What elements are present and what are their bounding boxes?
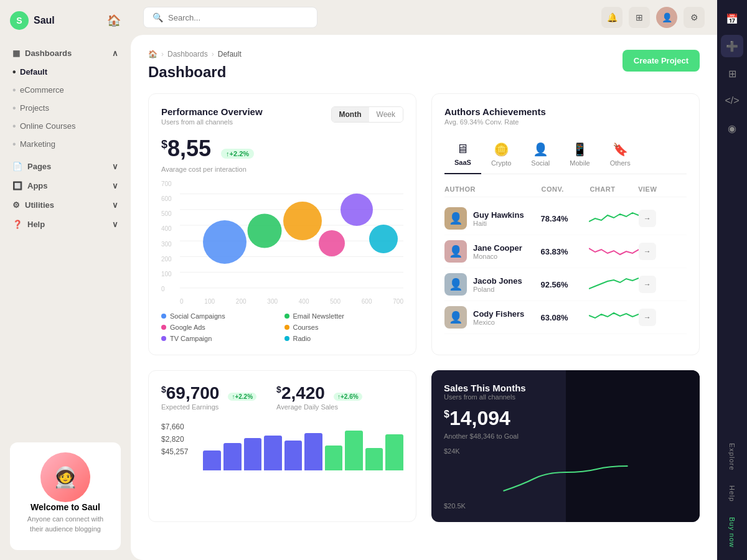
logo-area: S Saul xyxy=(10,11,55,30)
sidebar-item-marketing[interactable]: Marketing xyxy=(7,135,123,153)
search-input[interactable] xyxy=(168,13,308,22)
legend-courses: Courses xyxy=(284,324,404,331)
chart-0 xyxy=(589,209,639,228)
bottom-grid: $69,700 ↑ +2.2% Expected Earnings $2,420… xyxy=(148,370,700,522)
legend-social: Social Campaigns xyxy=(161,312,281,320)
home-breadcrumb[interactable]: 🏠 xyxy=(148,50,157,58)
view-btn-0[interactable]: → xyxy=(639,210,656,227)
toggle-month[interactable]: Month xyxy=(332,107,369,122)
author-name-1: Jane Cooper xyxy=(473,243,522,253)
nav-section: ▦ Dashboards ∧ Default eCommerce Project… xyxy=(0,41,131,236)
bubble-ads xyxy=(319,230,345,256)
author-row-1: 👤 Jane Cooper Monaco 63.83% → xyxy=(444,235,687,268)
sales-title: Sales This Months xyxy=(444,383,687,393)
sidebar-header: S Saul 🏠 xyxy=(0,0,131,41)
legend-dot-ads xyxy=(161,325,166,330)
view-btn-2[interactable]: → xyxy=(639,276,656,293)
dashboards-grid-icon: ▦ xyxy=(12,49,20,58)
search-box[interactable]: 🔍 xyxy=(143,7,317,28)
sidebar-item-default[interactable]: Default xyxy=(7,63,123,81)
author-name-0: Guy Hawkins xyxy=(473,210,524,220)
nav-group-apps[interactable]: 🔲 Apps ∨ xyxy=(7,176,123,195)
bar-9 xyxy=(365,448,383,470)
chevron-down-icon-pages: ∨ xyxy=(112,162,118,171)
bubble-email xyxy=(248,214,282,248)
authors-subtitle: Avg. 69.34% Conv. Rate xyxy=(444,118,546,126)
tab-social[interactable]: 👤 Social xyxy=(521,136,560,174)
nav-group-help[interactable]: ❓ Help ∨ xyxy=(7,215,123,234)
avatar[interactable]: 👤 xyxy=(656,7,677,28)
notifications-icon[interactable]: 🔔 xyxy=(601,7,622,28)
tab-others[interactable]: 🔖 Others xyxy=(600,136,641,174)
settings-icon[interactable]: ⚙ xyxy=(684,7,705,28)
breadcrumb: 🏠 › Dashboards › Default xyxy=(148,50,700,58)
sidebar-item-ecommerce[interactable]: eCommerce xyxy=(7,81,123,99)
earnings-label: Expected Earnings xyxy=(161,403,256,411)
expected-earnings: $69,700 ↑ +2.2% Expected Earnings xyxy=(161,383,256,411)
circle-icon[interactable]: ◉ xyxy=(721,117,743,139)
tab-saas[interactable]: 🖥 SaaS xyxy=(444,136,481,174)
back-icon[interactable]: 🏠 xyxy=(107,14,121,27)
sales-card: Sales This Months Users from all channel… xyxy=(431,370,700,522)
buy-now-label[interactable]: Buy now xyxy=(728,512,736,553)
performance-header: Performance Overview Users from all chan… xyxy=(161,106,403,126)
bubble-radio xyxy=(369,225,398,253)
page-title: Dashboard xyxy=(148,63,700,81)
number-item-0: $7,660 xyxy=(161,421,188,433)
topbar: 🔍 🔔 ⊞ 👤 ⚙ xyxy=(131,0,717,35)
legend-email: Email Newsletter xyxy=(284,312,404,320)
logo-icon: S xyxy=(10,11,29,30)
sidebar-item-projects[interactable]: Projects xyxy=(7,99,123,117)
conv-0: 78.34% xyxy=(541,214,589,223)
legend-label-tv: TV Campaign xyxy=(170,335,212,342)
nav-group-utilities-label: Utilities xyxy=(25,200,54,210)
help-label[interactable]: Help xyxy=(728,480,736,507)
bar-3 xyxy=(244,438,262,470)
tab-mobile[interactable]: 📱 Mobile xyxy=(560,136,599,174)
bar-chart xyxy=(203,421,403,470)
add-icon[interactable]: ➕ xyxy=(721,35,743,57)
toggle-week[interactable]: Week xyxy=(369,107,403,122)
legend-label-radio: Radio xyxy=(293,335,311,342)
y-label-24k: $24K xyxy=(444,447,460,455)
sidebar-item-online-courses[interactable]: Online Courses xyxy=(7,117,123,135)
grid-right-icon[interactable]: ⊞ xyxy=(721,62,743,85)
legend-tv: TV Campaign xyxy=(161,335,281,342)
nav-group-pages[interactable]: 📄 Pages ∨ xyxy=(7,157,123,176)
dashboard-area: 🏠 › Dashboards › Default Dashboard Creat… xyxy=(131,35,717,560)
legend-dot-radio xyxy=(284,336,289,341)
nav-group-dashboards[interactable]: ▦ Dashboards ∧ xyxy=(7,44,123,63)
astronaut-image: 🧑‍🚀 xyxy=(40,452,90,502)
legend-label-email: Email Newsletter xyxy=(293,312,345,320)
calendar-icon[interactable]: 📅 xyxy=(721,7,743,30)
bubble-social xyxy=(203,220,247,264)
create-project-button[interactable]: Create Project xyxy=(622,50,700,72)
chevron-down-icon-utilities: ∨ xyxy=(112,200,118,210)
authors-title: Authors Achievements xyxy=(444,106,546,117)
earnings-card: $69,700 ↑ +2.2% Expected Earnings $2,420… xyxy=(148,370,416,522)
legend-label-social: Social Campaigns xyxy=(170,312,225,320)
author-location-2: Poland xyxy=(473,286,522,293)
explore-label[interactable]: Explore xyxy=(728,438,736,475)
welcome-subtitle: Anyone can connect with their audience b… xyxy=(20,515,111,534)
conv-3: 63.08% xyxy=(541,313,589,322)
crypto-icon: 🪙 xyxy=(494,142,509,157)
legend-ads: Google Ads xyxy=(161,324,281,331)
view-btn-3[interactable]: → xyxy=(639,309,656,326)
breadcrumb-dashboards[interactable]: Dashboards xyxy=(167,50,208,58)
author-name-2: Jacob Jones xyxy=(473,276,522,286)
legend-dot-courses xyxy=(284,325,289,330)
author-row-2: 👤 Jacob Jones Poland 92.56% → xyxy=(444,268,687,301)
nav-group-utilities[interactable]: ⚙ Utilities ∨ xyxy=(7,195,123,215)
view-btn-1[interactable]: → xyxy=(639,243,656,260)
code-icon[interactable]: </> xyxy=(721,90,743,112)
tab-crypto-label: Crypto xyxy=(491,159,511,167)
conv-2: 92.56% xyxy=(541,280,589,289)
tab-crypto[interactable]: 🪙 Crypto xyxy=(481,136,521,174)
authors-header: Authors Achievements Avg. 69.34% Conv. R… xyxy=(444,106,687,126)
performance-card: Performance Overview Users from all chan… xyxy=(148,93,416,355)
bubble-tv xyxy=(341,194,373,226)
sidebar-item-ecommerce-label: eCommerce xyxy=(20,85,64,95)
legend-label-ads: Google Ads xyxy=(170,324,205,331)
grid-icon[interactable]: ⊞ xyxy=(629,7,650,28)
